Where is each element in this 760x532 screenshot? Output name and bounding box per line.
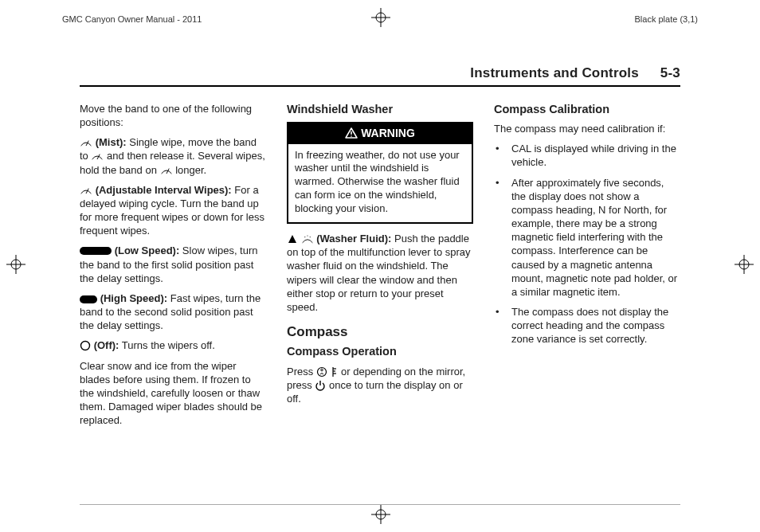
mist-text-c: longer. (175, 164, 206, 176)
high-speed-bar-icon (80, 295, 97, 304)
svg-point-21 (304, 237, 305, 237)
svg-point-23 (309, 237, 310, 237)
wiper-icon (80, 185, 92, 196)
high-label: (High Speed): (100, 292, 168, 304)
low-paragraph: (Low Speed): Slow wipes, turn the band t… (80, 244, 266, 284)
op-text-a: Press (287, 366, 313, 377)
calibration-list: CAL is displayed while driving in the ve… (494, 142, 680, 346)
wiper-icon (160, 165, 173, 176)
compass-operation-paragraph: Press or depending on the mirror, press (287, 365, 473, 405)
warning-title: WARNING (361, 127, 415, 139)
svg-point-25 (321, 369, 323, 371)
page: GMC Canyon Owner Manual - 2011 Black pla… (0, 0, 760, 532)
svg-point-20 (351, 135, 352, 137)
wiper-icon (80, 137, 92, 148)
running-head: Instruments and Controls 5-3 (80, 65, 680, 81)
off-paragraph: (Off): Turns the wipers off. (80, 338, 266, 352)
svg-rect-17 (80, 295, 97, 303)
rule-top (80, 85, 680, 87)
header-right: Black plate (3,1) (635, 14, 698, 24)
fluid-label: (Washer Fluid): (316, 233, 391, 244)
col1-tail: Clear snow and ice from the wiper blades… (80, 359, 266, 428)
svg-point-22 (307, 235, 308, 236)
header-left: GMC Canyon Owner Manual - 2011 (62, 14, 202, 24)
column-2: Windshield Washer WARNING In freezing we… (287, 102, 473, 492)
warning-box: WARNING In freezing weather, do not use … (287, 122, 473, 224)
heading-compass-operation: Compass Operation (287, 344, 473, 359)
washer-fluid-paragraph: (Washer Fluid): Push the paddle on top o… (287, 232, 473, 314)
column-3: Compass Calibration The compass may need… (494, 102, 680, 492)
wiper-icon (91, 151, 104, 162)
heading-windshield-washer: Windshield Washer (287, 102, 473, 117)
col1-intro: Move the band to one of the following po… (80, 102, 266, 129)
svg-point-18 (81, 342, 90, 350)
temperature-icon (330, 366, 338, 377)
high-paragraph: (High Speed): Fast wipes, turn the band … (80, 291, 266, 332)
off-text: Turns the wipers off. (122, 339, 215, 351)
rule-bottom (80, 504, 680, 505)
warning-body: In freezing weather, do not use your was… (288, 144, 472, 222)
cal-bullet-1: CAL is displayed while driving in the ve… (494, 142, 680, 169)
warning-triangle-icon (345, 127, 358, 139)
low-label: (Low Speed): (115, 244, 180, 256)
warning-bar: WARNING (288, 123, 472, 143)
adj-label: (Adjustable Interval Wipes): (96, 184, 232, 196)
heading-compass-calibration: Compass Calibration (494, 102, 680, 117)
cal-bullet-2: After approximately five seconds, the di… (494, 176, 680, 299)
up-arrow-icon (287, 233, 298, 244)
washer-spray-icon (301, 233, 314, 244)
off-circle-icon (80, 340, 91, 351)
register-mark-bottom (371, 505, 390, 524)
mist-label: (Mist): (96, 136, 127, 148)
mist-text-b: and then release it. Several wipes, hold… (80, 150, 265, 175)
onstar-button-icon (316, 366, 327, 377)
page-number: 5-3 (660, 65, 680, 80)
power-icon (315, 380, 326, 391)
fluid-text: Push the paddle on top of the multifunct… (287, 233, 471, 313)
register-mark-right (735, 255, 754, 274)
op-text-c: once to turn the display on or off. (287, 379, 463, 405)
svg-rect-16 (80, 247, 112, 255)
adj-paragraph: (Adjustable Interval Wipes): For a delay… (80, 183, 266, 238)
section-title: Instruments and Controls (470, 65, 639, 80)
mist-paragraph: (Mist): Single wipe, move the band to an… (80, 135, 266, 176)
register-mark-left (6, 255, 25, 274)
heading-compass: Compass (287, 323, 473, 341)
print-header: GMC Canyon Owner Manual - 2011 Black pla… (62, 14, 698, 24)
cal-intro: The compass may need calibration if: (494, 122, 680, 135)
off-label: (Off): (94, 339, 119, 351)
low-speed-bar-icon (80, 246, 112, 256)
cal-bullet-3: The compass does not display the correct… (494, 305, 680, 346)
column-1: Move the band to one of the following po… (80, 102, 266, 492)
body-columns: Move the band to one of the following po… (80, 102, 680, 492)
